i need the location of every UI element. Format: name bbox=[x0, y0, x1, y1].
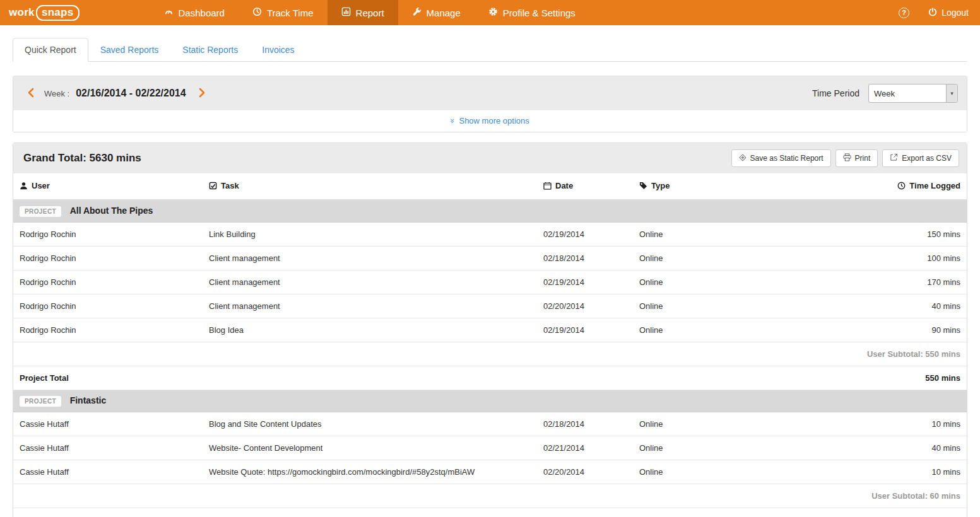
column-header-type: Type bbox=[633, 173, 816, 200]
chevron-left-icon bbox=[27, 88, 34, 100]
cell-task: Client management bbox=[203, 247, 537, 270]
manage-icon bbox=[412, 7, 422, 18]
cell-date: 02/20/2014 bbox=[537, 294, 633, 318]
cell-date: 02/19/2014 bbox=[537, 270, 633, 294]
cell-date: 02/19/2014 bbox=[537, 223, 633, 247]
table-row: Cassie Hutaff Blog and Site Content Upda… bbox=[13, 412, 967, 436]
help-icon[interactable]: ? bbox=[899, 8, 909, 18]
cell-user: Cassie Hutaff bbox=[13, 460, 203, 484]
column-header-task: Task bbox=[203, 173, 537, 200]
time-period-label: Time Period bbox=[812, 88, 859, 98]
nav-item-track-time[interactable]: Track Time bbox=[239, 0, 328, 25]
nav-item-label: Report bbox=[356, 8, 384, 18]
tab-saved-reports[interactable]: Saved Reports bbox=[88, 38, 171, 62]
project-badge: PROJECT bbox=[20, 396, 61, 407]
table-row: Rodrigo Rochin Blog Idea 02/19/2014 Onli… bbox=[13, 318, 967, 342]
save-as-static-report-button[interactable]: Save as Static Report bbox=[731, 149, 831, 167]
cell-time: 40 mins bbox=[816, 294, 967, 318]
nav-item-dashboard[interactable]: Dashboard bbox=[150, 0, 239, 25]
export-as-csv-button[interactable]: Export as CSV bbox=[882, 149, 959, 167]
tab-quick-report[interactable]: Quick Report bbox=[13, 38, 88, 62]
report-header: Grand Total: 5630 mins Save as Static Re… bbox=[13, 143, 967, 173]
task-icon bbox=[209, 182, 217, 192]
cell-type: Online bbox=[633, 436, 816, 460]
user-subtotal-row: User Subtotal: 60 mins bbox=[13, 484, 967, 508]
top-navbar: worksnaps Dashboard Track Time Report Ma… bbox=[0, 0, 980, 25]
cell-time: 100 mins bbox=[816, 247, 967, 270]
time-period-select[interactable]: Week ▾ bbox=[868, 84, 958, 103]
logout-button[interactable]: Logout bbox=[928, 8, 969, 18]
time-period-group: Time Period Week ▾ bbox=[812, 84, 958, 103]
project-header-row: PROJECT Fintastic bbox=[13, 390, 967, 412]
cell-user: Rodrigo Rochin bbox=[13, 247, 203, 270]
table-row: Cassie Hutaff Website Quote: https://gom… bbox=[13, 460, 967, 484]
table-row: Rodrigo Rochin Client management 02/19/2… bbox=[13, 270, 967, 294]
cell-time: 10 mins bbox=[816, 460, 967, 484]
clock-icon bbox=[897, 182, 906, 192]
nav-item-profile-settings[interactable]: Profile & Settings bbox=[475, 0, 589, 25]
week-selector-panel: Week : 02/16/2014 - 02/22/2014 Time Peri… bbox=[13, 76, 967, 132]
table-header-row: User Task Date Type Time Logged bbox=[13, 173, 967, 200]
cell-type: Online bbox=[633, 460, 816, 484]
calendar-icon bbox=[543, 182, 552, 192]
user-subtotal: User Subtotal: 60 mins bbox=[13, 484, 967, 508]
dropdown-arrow-icon: ▾ bbox=[946, 84, 957, 102]
cell-type: Online bbox=[633, 270, 816, 294]
tab-static-reports[interactable]: Static Reports bbox=[170, 38, 250, 62]
next-week-button[interactable] bbox=[194, 85, 211, 102]
previous-week-button[interactable] bbox=[22, 85, 39, 102]
cell-user: Cassie Hutaff bbox=[13, 436, 203, 460]
table-row: Cassie Hutaff Website- Content Developme… bbox=[13, 436, 967, 460]
tab-invoices[interactable]: Invoices bbox=[250, 38, 306, 62]
report-actions: Save as Static Report Print Export as CS… bbox=[731, 149, 959, 167]
cell-type: Online bbox=[633, 223, 816, 247]
time-period-value: Week bbox=[869, 84, 946, 102]
print-button[interactable]: Print bbox=[835, 149, 878, 167]
column-header-user: User bbox=[13, 173, 203, 200]
table-row: Rodrigo Rochin Client management 02/18/2… bbox=[13, 247, 967, 270]
cell-type: Online bbox=[633, 294, 816, 318]
grand-total: Grand Total: 5630 mins bbox=[23, 152, 141, 165]
report-table: User Task Date Type Time Logged PROJECT … bbox=[13, 173, 967, 517]
cell-task: Website- Content Development bbox=[203, 436, 537, 460]
logout-label: Logout bbox=[942, 8, 969, 18]
nav-item-label: Profile & Settings bbox=[503, 8, 576, 18]
cell-task: Client management bbox=[203, 270, 537, 294]
settings-gear-icon bbox=[488, 7, 498, 18]
main-nav: Dashboard Track Time Report Manage Profi… bbox=[150, 0, 589, 25]
track-time-icon bbox=[252, 7, 262, 18]
nav-item-label: Track Time bbox=[267, 8, 314, 18]
project-badge: PROJECT bbox=[20, 206, 61, 217]
project-total-row: Project Total 60 mins bbox=[13, 508, 967, 517]
cell-task: Client management bbox=[203, 294, 537, 318]
nav-item-manage[interactable]: Manage bbox=[398, 0, 475, 25]
logo-snaps-text: snaps bbox=[36, 5, 80, 21]
project-total-value: 550 mins bbox=[816, 366, 967, 390]
cell-date: 02/20/2014 bbox=[537, 460, 633, 484]
cell-date: 02/21/2014 bbox=[537, 436, 633, 460]
week-bar: Week : 02/16/2014 - 02/22/2014 Time Peri… bbox=[13, 76, 967, 110]
worksnaps-logo[interactable]: worksnaps bbox=[0, 0, 88, 25]
cell-time: 150 mins bbox=[816, 223, 967, 247]
report-tabs: Quick Report Saved Reports Static Report… bbox=[13, 38, 967, 62]
cell-task: Link Building bbox=[203, 223, 537, 247]
user-subtotal: User Subtotal: 550 mins bbox=[13, 342, 967, 366]
cell-time: 40 mins bbox=[816, 436, 967, 460]
cell-user: Rodrigo Rochin bbox=[13, 223, 203, 247]
cell-date: 02/19/2014 bbox=[537, 318, 633, 342]
show-more-options-link[interactable]: » Show more options bbox=[451, 116, 529, 125]
export-as-csv-label: Export as CSV bbox=[902, 154, 952, 163]
show-more-options-label: Show more options bbox=[459, 116, 529, 125]
cell-time: 170 mins bbox=[816, 270, 967, 294]
nav-item-label: Dashboard bbox=[179, 8, 225, 18]
user-icon bbox=[20, 182, 28, 192]
chevron-right-icon bbox=[199, 88, 206, 100]
project-total-label: Project Total bbox=[13, 508, 816, 517]
column-header-date: Date bbox=[537, 173, 633, 200]
project-name: All About The Pipes bbox=[70, 206, 153, 216]
tag-icon bbox=[639, 182, 647, 192]
nav-item-label: Manage bbox=[427, 8, 461, 18]
cell-date: 02/18/2014 bbox=[537, 412, 633, 436]
save-as-static-report-label: Save as Static Report bbox=[750, 154, 824, 163]
nav-item-report[interactable]: Report bbox=[328, 0, 398, 25]
